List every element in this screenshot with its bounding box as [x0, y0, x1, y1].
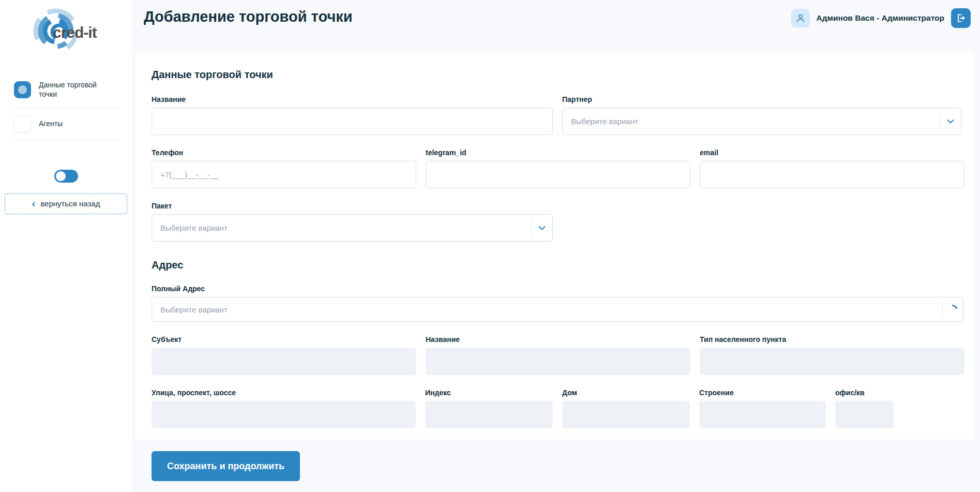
subject-input: [152, 348, 416, 375]
house-label: Дом: [562, 389, 690, 397]
locality-type-input: [700, 348, 964, 375]
user-icon: [795, 13, 806, 23]
building-label: Строение: [699, 389, 826, 397]
section-title-data: Данные торговой точки: [152, 69, 964, 81]
house-input: [562, 401, 690, 428]
field-subject: Субъект: [152, 335, 416, 375]
email-field[interactable]: [700, 161, 964, 188]
package-select-input[interactable]: [152, 214, 553, 242]
phone-input[interactable]: [152, 161, 416, 188]
step-active-icon: [14, 81, 31, 98]
office-input-wrap: [835, 401, 894, 428]
package-select[interactable]: [152, 214, 553, 242]
form-row: Улица, проспект, шоссе Индекс Дом: [152, 389, 964, 428]
field-locality-type: Тип населенного пункта: [700, 335, 964, 375]
field-postcode: Индекс: [425, 389, 553, 428]
field-package: Пакет: [152, 202, 553, 242]
avatar: [791, 9, 810, 27]
field-street: Улица, проспект, шоссе: [152, 389, 416, 428]
field-name: Название: [152, 95, 553, 135]
sidebar-nav: Данные торговой точки Агенты: [0, 73, 132, 142]
locality-name-input: [426, 348, 690, 375]
telegram-input-wrap: [426, 161, 690, 188]
building-input-wrap: [699, 401, 826, 428]
field-building: Строение: [699, 389, 826, 428]
full-address-input[interactable]: [152, 297, 963, 322]
office-input: [835, 401, 894, 428]
chevron-down-icon: [946, 118, 955, 125]
postcode-label: Индекс: [425, 389, 553, 397]
section-title-address: Адрес: [152, 259, 964, 271]
telegram-id-label: telegram_id: [426, 148, 690, 157]
divider: [531, 219, 531, 236]
field-house: Дом: [562, 389, 690, 428]
main-area: Добавление торговой точки Админов Вася -…: [132, 0, 980, 492]
street-input: [152, 401, 416, 428]
logout-button[interactable]: [951, 8, 971, 28]
field-partner: Партнер: [562, 95, 961, 135]
email-label: email: [700, 148, 964, 157]
field-locality-name: Название: [426, 335, 690, 375]
form-card: Данные торговой точки Название Партнер: [135, 51, 974, 440]
form-row: Пакет: [152, 202, 964, 242]
divider: [942, 302, 943, 317]
partner-label: Партнер: [562, 95, 961, 103]
subject-input-wrap: [152, 348, 416, 375]
name-label: Название: [152, 95, 553, 103]
building-input: [699, 401, 826, 428]
user-block: Админов Вася - Администратор: [791, 8, 971, 28]
toggle-knob: [56, 171, 66, 181]
divider: [12, 107, 119, 108]
phone-label: Телефон: [152, 148, 416, 157]
house-input-wrap: [562, 401, 690, 428]
divider: [939, 113, 940, 130]
subject-label: Субъект: [152, 335, 416, 344]
page-header: Добавление торговой точки Админов Вася -…: [135, 0, 974, 51]
back-button-label: вернуться назад: [40, 199, 100, 208]
field-phone: Телефон: [152, 148, 416, 188]
sidebar-item-trade-point-data[interactable]: Данные торговой точки: [14, 73, 132, 106]
package-label: Пакет: [152, 202, 553, 210]
telegram-id-input[interactable]: [426, 161, 690, 188]
page-title: Добавление торговой точки: [144, 8, 353, 25]
user-name: Админов Вася - Администратор: [817, 13, 945, 23]
locality-type-label: Тип населенного пункта: [700, 335, 964, 344]
brand-logo: cred-it: [32, 6, 100, 60]
form-row: Телефон telegram_id email: [152, 148, 964, 188]
street-label: Улица, проспект, шоссе: [152, 389, 416, 397]
chevron-left-icon: ‹: [32, 198, 36, 208]
partner-select-input[interactable]: [562, 108, 961, 135]
field-full-address: Полный Адрес: [152, 285, 963, 322]
field-telegram-id: telegram_id: [426, 148, 690, 188]
locality-type-input-wrap: [700, 348, 964, 375]
phone-input-wrap: [152, 161, 416, 188]
form-row: Название Партнер: [152, 95, 964, 135]
email-input-wrap: [700, 161, 964, 188]
name-input[interactable]: [152, 108, 553, 135]
logo-text: cred-it: [53, 24, 97, 41]
field-office: офис/кв: [835, 389, 894, 428]
chevron-down-icon: [538, 225, 546, 231]
partner-select[interactable]: [562, 108, 961, 135]
divider: [12, 140, 119, 141]
save-and-continue-button[interactable]: Сохранить и продолжить: [152, 451, 300, 481]
office-label: офис/кв: [835, 389, 894, 397]
field-email: email: [700, 148, 964, 188]
step-inactive-icon: [14, 115, 31, 132]
name-input-wrap: [152, 108, 553, 135]
locality-name-input-wrap: [426, 348, 690, 375]
back-button[interactable]: ‹ вернуться назад: [5, 193, 127, 214]
postcode-input: [425, 401, 553, 428]
locality-name-label: Название: [426, 335, 690, 344]
postcode-input-wrap: [425, 401, 553, 428]
form-row: Субъект Название Тип населенного пункта: [152, 335, 964, 375]
sidebar-toggle-switch[interactable]: [54, 170, 78, 183]
full-address-label: Полный Адрес: [152, 285, 963, 293]
app-root: cred-it Данные торговой точки Агенты ‹ в…: [0, 0, 980, 492]
form-row: Полный Адрес: [152, 285, 964, 322]
sidebar-item-agents[interactable]: Агенты: [14, 109, 132, 139]
sidebar-item-label: Агенты: [39, 119, 107, 128]
full-address-select[interactable]: [152, 297, 963, 322]
logout-icon: [956, 13, 966, 23]
street-input-wrap: [152, 401, 416, 428]
